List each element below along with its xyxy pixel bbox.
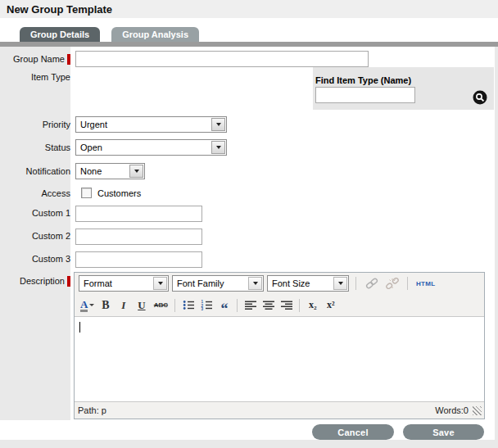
required-marker (67, 276, 70, 287)
form-body: Group Name Item Type Find Item Type (Nam… (0, 47, 495, 440)
custom3-row: Custom 3 (0, 251, 495, 268)
font-size-select-value: Font Size (268, 278, 333, 288)
resize-handle[interactable] (473, 406, 482, 415)
format-select[interactable]: Format (79, 275, 169, 292)
find-item-type-label: Find Item Type (Name) (315, 75, 494, 85)
tab-bar: Group Details Group Analysis (0, 27, 498, 42)
search-icon[interactable] (473, 90, 487, 105)
font-family-select-value: Font Family (173, 278, 247, 288)
priority-row: Priority Urgent (0, 116, 495, 133)
dropdown-arrow-icon[interactable] (248, 277, 262, 290)
remove-link-icon[interactable] (383, 275, 401, 292)
strikethrough-button[interactable]: ABC (151, 297, 170, 314)
font-color-arrow-icon[interactable] (89, 304, 94, 306)
align-center-icon[interactable] (260, 297, 277, 314)
priority-label: Priority (0, 116, 70, 129)
custom3-input[interactable] (75, 251, 202, 268)
title-band: New Group Template (0, 0, 498, 18)
custom2-input[interactable] (75, 229, 202, 245)
customers-checkbox-label: Customers (97, 188, 141, 198)
tab-group-details-label: Group Details (30, 29, 89, 39)
format-select-value: Format (79, 278, 152, 288)
tab-group-details[interactable]: Group Details (20, 27, 100, 42)
toolbar-separator (237, 299, 238, 312)
dropdown-arrow-icon[interactable] (333, 277, 347, 290)
tab-group-analysis[interactable]: Group Analysis (111, 27, 199, 42)
group-name-input[interactable] (75, 51, 369, 67)
notification-selected-value: None (76, 166, 129, 176)
cancel-button[interactable]: Cancel (312, 424, 394, 440)
status-label: Status (0, 139, 70, 152)
font-size-select[interactable]: Font Size (267, 275, 349, 292)
description-row: Description Format Font Family Font Size (0, 272, 495, 420)
description-label: Description (0, 272, 70, 287)
notification-select[interactable]: None (75, 163, 145, 179)
custom2-row: Custom 2 (0, 229, 495, 245)
font-family-select[interactable]: Font Family (172, 275, 264, 292)
bullet-list-icon[interactable] (179, 297, 197, 314)
item-type-label: Item Type (0, 67, 70, 82)
toolbar-separator (355, 277, 356, 290)
dropdown-arrow-icon[interactable] (129, 165, 143, 178)
group-name-label: Group Name (0, 51, 70, 65)
access-label: Access (0, 188, 70, 198)
font-color-icon: A (80, 299, 88, 312)
new-group-template-window: New Group Template Group Details Group A… (0, 0, 498, 448)
insert-link-icon[interactable] (363, 275, 380, 292)
priority-selected-value: Urgent (76, 120, 211, 129)
access-row: Access Customers (0, 188, 495, 198)
bold-button[interactable]: B (97, 297, 114, 314)
toolbar-separator (174, 299, 175, 312)
italic-button[interactable]: I (115, 297, 132, 314)
notification-row: Notification None (0, 163, 495, 179)
status-selected-value: Open (76, 143, 211, 152)
numbered-list-icon[interactable]: 1 2 3 (197, 297, 215, 314)
item-type-row: Item Type Find Item Type (Name) (0, 67, 495, 110)
svg-text:3: 3 (201, 307, 203, 310)
priority-select[interactable]: Urgent (75, 116, 227, 133)
description-edit-area[interactable] (75, 316, 484, 402)
editor-toolbar-row2: A B I U ABC (75, 294, 484, 316)
custom1-row: Custom 1 (0, 206, 495, 222)
subscript-button[interactable]: x₂ (304, 297, 321, 314)
customers-checkbox[interactable] (81, 188, 92, 198)
custom3-label: Custom 3 (0, 251, 70, 264)
group-name-row: Group Name (0, 47, 495, 67)
page-title: New Group Template (7, 3, 112, 16)
form-actions: Cancel Save (0, 424, 495, 440)
editor-toolbar-row1: Format Font Family Font Size (75, 273, 484, 294)
tab-group-analysis-label: Group Analysis (122, 29, 188, 39)
editor-word-count: Words:0 (435, 405, 469, 415)
superscript-button[interactable]: x² (322, 297, 339, 314)
save-button[interactable]: Save (403, 424, 484, 440)
align-left-icon[interactable] (242, 297, 259, 314)
html-source-button[interactable]: HTML (414, 280, 437, 287)
find-item-type-panel: Find Item Type (Name) (313, 67, 494, 110)
description-editor: Format Font Family Font Size (74, 272, 485, 419)
notification-label: Notification (0, 163, 70, 176)
toolbar-separator (407, 277, 408, 290)
editor-statusbar: Path: p Words:0 (75, 402, 484, 419)
editor-path-status: Path: p (78, 405, 435, 415)
custom1-label: Custom 1 (0, 206, 70, 218)
status-row: Status Open (0, 139, 495, 156)
find-item-type-input[interactable] (315, 87, 415, 103)
required-marker (67, 54, 70, 65)
text-caret (79, 322, 80, 333)
form-fields: Group Name Item Type Find Item Type (Nam… (0, 47, 495, 420)
dropdown-arrow-icon[interactable] (211, 118, 225, 131)
blockquote-icon[interactable]: “ (215, 297, 233, 314)
status-select[interactable]: Open (75, 139, 227, 156)
dropdown-arrow-icon[interactable] (153, 277, 167, 290)
window-header: New Group Template Group Details Group A… (0, 0, 498, 42)
custom1-input[interactable] (75, 206, 202, 222)
toolbar-separator (299, 299, 300, 312)
align-right-icon[interactable] (278, 297, 295, 314)
font-color-button[interactable]: A (79, 299, 96, 312)
dropdown-arrow-icon[interactable] (211, 141, 225, 154)
custom2-label: Custom 2 (0, 229, 70, 241)
underline-button[interactable]: U (133, 297, 150, 314)
